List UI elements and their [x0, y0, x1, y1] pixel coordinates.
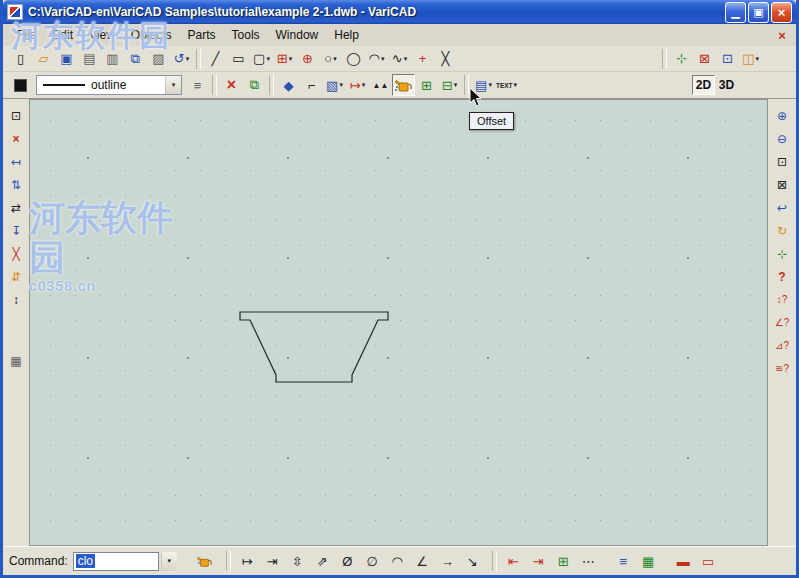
pan-button[interactable]: ⊹ — [771, 243, 793, 264]
menu-edit[interactable]: Edit — [44, 25, 81, 45]
insert-part-button[interactable]: ⊹ — [670, 48, 693, 70]
dim-diameter-button[interactable]: Ø — [336, 550, 359, 572]
stop-button[interactable]: ▬ — [672, 550, 695, 572]
measure-length-button[interactable]: ≋? — [771, 358, 793, 379]
hatch-button[interactable]: ▧▾ — [323, 74, 346, 96]
command-history-dropdown-button[interactable]: ▾ — [161, 552, 177, 571]
save-button[interactable]: ▣ — [55, 48, 78, 70]
menu-parts[interactable]: Parts — [180, 25, 224, 45]
part-tools-button[interactable]: ◫▾ — [739, 48, 762, 70]
dim-radius-button[interactable]: ◠ — [386, 550, 409, 572]
redraw-button[interactable]: ↻ — [771, 220, 793, 241]
undo-button[interactable]: ↺▾ — [170, 48, 193, 70]
dim-angle-button[interactable]: ∠ — [411, 550, 434, 572]
move-vertical-button[interactable]: ⇅ — [5, 174, 27, 195]
print-preview-button[interactable]: ▥ — [101, 48, 124, 70]
command-input[interactable]: clo — [73, 552, 159, 571]
zoom-all-button[interactable]: ⊠ — [771, 174, 793, 195]
circle2-tool-button[interactable]: ◯ — [342, 48, 365, 70]
open-button[interactable]: ▱ — [32, 48, 55, 70]
restore-button[interactable]: ▣ — [748, 2, 769, 23]
grid-settings-button[interactable]: ▦ — [5, 350, 27, 371]
dim-diameter2-button[interactable]: ∅ — [361, 550, 384, 572]
undo-icon: ↺ — [174, 51, 185, 66]
axis-tool-button[interactable]: ╳ — [434, 48, 457, 70]
offset-button[interactable] — [392, 74, 415, 96]
table-button[interactable]: ⊞ — [552, 550, 575, 572]
copy-offset-button[interactable]: ⊞ — [415, 74, 438, 96]
text-tool-button[interactable]: TEXT▾ — [495, 74, 518, 96]
point-tool-button[interactable]: + — [411, 48, 434, 70]
arc-tool-button[interactable]: ◠▾ — [365, 48, 388, 70]
close-button[interactable]: × — [771, 2, 792, 23]
menu-file[interactable]: File — [9, 25, 44, 45]
zoom-in-button[interactable]: ⊕ — [771, 105, 793, 126]
title-bar[interactable]: C:\VariCAD-en\VariCAD Samples\tutorial\e… — [3, 0, 796, 24]
zoom-out-button[interactable]: ⊖ — [771, 128, 793, 149]
purge-button[interactable]: ⧉ — [243, 74, 266, 96]
mirror-button[interactable]: ▲▲ — [369, 74, 392, 96]
zoom-window-button[interactable]: ⊡ — [771, 151, 793, 172]
delete-button[interactable]: × — [220, 74, 243, 96]
spline-tool-button[interactable]: ∿▾ — [388, 48, 411, 70]
dimension-button[interactable]: ↦▾ — [346, 74, 369, 96]
more-button[interactable]: ⋯ — [577, 550, 600, 572]
mode-2d-button[interactable]: 2D — [692, 75, 715, 95]
sort-button[interactable]: ⇵ — [5, 266, 27, 287]
measure-area-button[interactable]: ⊿? — [771, 335, 793, 356]
mode-3d-button[interactable]: 3D — [715, 75, 738, 95]
menu-tools[interactable]: Tools — [224, 25, 268, 45]
measure-angle-button[interactable]: ∠? — [771, 312, 793, 333]
menu-view[interactable]: View — [81, 25, 123, 45]
frame-button[interactable]: ▭ — [697, 550, 720, 572]
dim-aligned-button[interactable]: ⇗ — [311, 550, 334, 572]
grid-toggle-button[interactable]: ▦ — [637, 550, 660, 572]
pattern-button[interactable]: ⊟▾ — [438, 74, 461, 96]
swap-button[interactable]: ⇄ — [5, 197, 27, 218]
dim-horizontal-button[interactable]: ↦ — [236, 550, 259, 572]
command-run-button[interactable] — [193, 550, 216, 572]
dim-offset-button[interactable]: ⇥ — [261, 550, 284, 572]
new-button[interactable]: ▯ — [9, 48, 32, 70]
select-box-button[interactable]: ⊡ — [5, 105, 27, 126]
list-button[interactable]: ≡ — [612, 550, 635, 572]
dim-vertical-button[interactable]: ⇳ — [286, 550, 309, 572]
query-button[interactable]: ? — [771, 266, 793, 287]
menu-window[interactable]: Window — [268, 25, 327, 45]
drop-button[interactable]: ↧ — [5, 220, 27, 241]
rectangle-tool-button[interactable]: ▭ — [227, 48, 250, 70]
center-point-button[interactable]: ⊕ — [296, 48, 319, 70]
measure-distance-button[interactable]: ↕? — [771, 289, 793, 310]
minimize-button[interactable]: ▁ — [725, 2, 746, 23]
color-swatch-button[interactable] — [9, 74, 32, 96]
leader-button[interactable]: → — [436, 550, 459, 572]
zoom-previous-button[interactable]: ↩ — [771, 197, 793, 218]
snap-button[interactable]: ◆ — [277, 74, 300, 96]
update-part-button[interactable]: ⊠ — [693, 48, 716, 70]
line-tool-button[interactable]: ╱ — [204, 48, 227, 70]
copy-button[interactable]: ⧉ — [124, 48, 147, 70]
menu-objects[interactable]: Objects — [123, 25, 180, 45]
circle-tool-button[interactable]: ○▾ — [319, 48, 342, 70]
ref-right-button[interactable]: ⇥ — [527, 550, 550, 572]
document-close-button[interactable]: × — [774, 27, 790, 43]
paste-button[interactable]: ▨ — [147, 48, 170, 70]
print-preview-icon: ▥ — [106, 51, 118, 66]
layers-button[interactable]: ≡ — [186, 74, 209, 96]
print-button[interactable]: ▤ — [78, 48, 101, 70]
centered-rect-button[interactable]: ⊞▾ — [273, 48, 296, 70]
erase-snap-button[interactable]: × — [5, 128, 27, 149]
zoom-out-icon: ⊖ — [777, 132, 787, 146]
menu-help[interactable]: Help — [326, 25, 367, 45]
cut-button[interactable]: ╳ — [5, 243, 27, 264]
corner-trim-button[interactable]: ⌐ — [300, 74, 323, 96]
move-left-button[interactable]: ↤ — [5, 151, 27, 172]
line-style-combo[interactable]: outline ▾ — [36, 75, 182, 95]
ref-left-button[interactable]: ⇤ — [502, 550, 525, 572]
slot-tool-button[interactable]: ▢▾ — [250, 48, 273, 70]
part-list-button[interactable]: ⊡ — [716, 48, 739, 70]
line-style-dropdown-button[interactable]: ▾ — [165, 76, 181, 94]
leader2-button[interactable]: ↘ — [461, 550, 484, 572]
stretch-button[interactable]: ↕ — [5, 289, 27, 310]
drawing-canvas[interactable] — [29, 99, 768, 546]
